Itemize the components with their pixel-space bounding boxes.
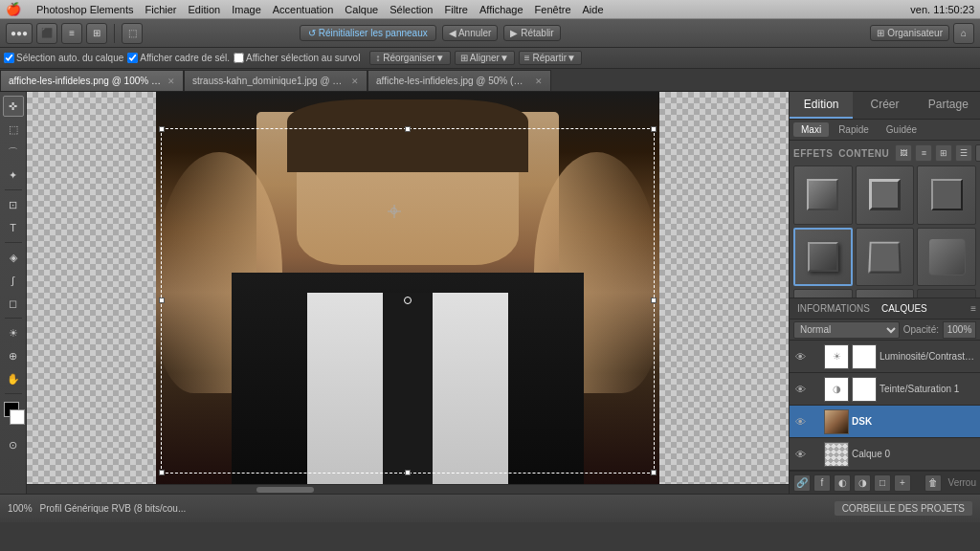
layer-new-btn[interactable]: +: [894, 474, 911, 492]
effect-cell-3[interactable]: [917, 165, 976, 225]
corbeille-label[interactable]: CORBEILLE DES PROJETS: [835, 501, 972, 516]
biseautages-dropdown[interactable]: Biseautages: [975, 144, 980, 162]
layer-lock-2: [810, 384, 821, 395]
layer-vis-2[interactable]: 👁: [793, 383, 807, 396]
effect-cell-4[interactable]: [793, 228, 853, 287]
panel-tab-edition[interactable]: Edition: [790, 92, 853, 119]
effects-label[interactable]: EFFETS: [793, 148, 833, 159]
menu-image[interactable]: Image: [232, 4, 261, 15]
toolbar-right: ⊞ Organisateur ⌂: [870, 23, 974, 44]
tool-marquee[interactable]: ⬚: [3, 119, 24, 140]
layer-delete-btn[interactable]: 🗑: [924, 474, 942, 492]
opt-afficher-cadre[interactable]: Afficher cadre de sél.: [127, 53, 230, 63]
layer-dsk[interactable]: 👁 DSK: [790, 406, 980, 438]
hscrollbar[interactable]: [27, 484, 789, 494]
layer-mask-btn[interactable]: ◐: [834, 474, 851, 492]
content-label[interactable]: CONTENU: [838, 148, 889, 159]
sub-tab-maxi[interactable]: Maxi: [793, 122, 829, 137]
doc-tab-1[interactable]: strauss-kahn_dominique1.jpg @ 100% (Calq…: [184, 70, 368, 91]
repartir-button[interactable]: ≡ Répartir▼: [519, 51, 582, 65]
opacity-input[interactable]: [943, 321, 976, 339]
lock-label: Verrou: [948, 477, 976, 488]
layer-luminosity[interactable]: 👁 ☀ Luminosité/Contraste 1: [790, 341, 980, 373]
layers-tab-info[interactable]: INFORMATIONS: [793, 301, 874, 316]
tool-eraser[interactable]: ◻: [3, 293, 24, 314]
menu-affichage[interactable]: Affichage: [479, 4, 523, 15]
blend-mode-select[interactable]: Normal: [793, 321, 900, 339]
eff-icon-2[interactable]: ≡: [915, 144, 932, 162]
layer-vis-3[interactable]: 👁: [793, 415, 807, 429]
tool-zoom[interactable]: ⊕: [3, 345, 24, 366]
background-color[interactable]: [10, 409, 25, 425]
effect-cell-6[interactable]: [917, 228, 976, 287]
toolbar-btn-5[interactable]: ⬚: [122, 23, 143, 44]
retablir-button[interactable]: ▶ Rétablir: [503, 25, 560, 41]
canvas-area[interactable]: [27, 92, 789, 494]
tool-crop[interactable]: ⊡: [3, 194, 24, 215]
layer-style-btn[interactable]: f: [813, 474, 831, 492]
tool-paint-bucket[interactable]: ◈: [3, 247, 24, 268]
menu-app-name[interactable]: Photoshop Elements: [36, 4, 134, 15]
effect-cell-8[interactable]: [856, 289, 915, 298]
sub-tab-guidee[interactable]: Guidée: [879, 122, 924, 137]
toolbar-btn-1[interactable]: ●●●: [6, 23, 33, 44]
menu-edition[interactable]: Edition: [189, 4, 221, 15]
menu-accentuation[interactable]: Accentuation: [273, 4, 334, 15]
tool-brush[interactable]: ∫: [3, 270, 24, 291]
organisateur-button[interactable]: ⊞ Organisateur: [870, 25, 949, 41]
menu-aide[interactable]: Aide: [583, 4, 604, 15]
effect-cell-1[interactable]: [793, 165, 853, 225]
menu-calque[interactable]: Calque: [345, 4, 378, 15]
options-bar: Sélection auto. du calque Afficher cadre…: [0, 48, 980, 69]
eff-icon-4[interactable]: ☰: [955, 144, 972, 162]
eff-icon-3[interactable]: ⊞: [935, 144, 952, 162]
panel-tab-partage[interactable]: Partage: [917, 92, 980, 119]
opt-afficher-selection[interactable]: Afficher sélection au survol: [234, 53, 360, 63]
effects-icons: 🖼 ≡ ⊞ ☰ Biseautages: [895, 144, 980, 162]
tool-move[interactable]: ✜: [3, 96, 24, 117]
tool-eyedropper[interactable]: ⊙: [3, 434, 24, 455]
tool-magic-wand[interactable]: ✦: [3, 165, 24, 186]
tool-dodge[interactable]: ☀: [3, 322, 24, 343]
aligner-button[interactable]: ⊞ Aligner▼: [455, 51, 515, 65]
apple-menu[interactable]: 🍎: [6, 2, 21, 16]
sub-tab-rapide[interactable]: Rapide: [831, 122, 877, 137]
tool-hand[interactable]: ✋: [3, 368, 24, 389]
panel-tab-creer[interactable]: Créer: [853, 92, 916, 119]
opt-selection-auto[interactable]: Sélection auto. du calque: [4, 53, 123, 63]
annuler-button[interactable]: ◀ Annuler: [442, 25, 499, 41]
reset-panels-button[interactable]: ↺ Réinitialiser les panneaux: [300, 25, 436, 41]
tool-lasso[interactable]: ⌒: [3, 142, 24, 163]
menu-fenetre[interactable]: Fenêtre: [535, 4, 571, 15]
tab-close-1[interactable]: ✕: [351, 77, 359, 86]
menu-fichier[interactable]: Fichier: [145, 4, 177, 15]
effect-cell-7[interactable]: [793, 289, 853, 298]
toolbar-btn-3[interactable]: ≡: [61, 23, 82, 44]
toolbar-btn-4[interactable]: ⊞: [86, 23, 107, 44]
effect-cell-2[interactable]: [856, 165, 915, 225]
layers-opts-icon[interactable]: ≡: [970, 303, 976, 314]
color-profile: Profil Générique RVB (8 bits/cou...: [40, 503, 430, 514]
hscroll-thumb[interactable]: [256, 487, 314, 493]
layer-calque0[interactable]: 👁 Calque 0: [790, 438, 980, 471]
layer-adjustment-btn[interactable]: ◑: [854, 474, 871, 492]
effect-cell-5[interactable]: [856, 228, 915, 287]
layer-group-btn[interactable]: □: [874, 474, 891, 492]
doc-tab-2[interactable]: affiche-les-infideles.jpg @ 50% (RVB/8) …: [368, 70, 551, 91]
transform-center: [388, 205, 401, 218]
home-button[interactable]: ⌂: [953, 23, 974, 44]
tool-type[interactable]: T: [3, 217, 24, 238]
menu-selection[interactable]: Sélection: [390, 4, 433, 15]
layer-link-btn[interactable]: 🔗: [793, 474, 811, 492]
menu-filtre[interactable]: Filtre: [444, 4, 467, 15]
doc-tab-0[interactable]: affiche-les-infideles.png @ 100% (DSK, R…: [0, 70, 184, 91]
tab-close-2[interactable]: ✕: [535, 77, 543, 86]
layer-teinte[interactable]: 👁 ◑ Teinte/Saturation 1: [790, 373, 980, 406]
reorganiser-button[interactable]: ↕ Réorganiser▼: [369, 51, 450, 65]
toolbar-btn-2[interactable]: ⬛: [36, 23, 57, 44]
layers-tab-calques[interactable]: CALQUES: [878, 301, 931, 316]
layer-vis-1[interactable]: 👁: [793, 350, 807, 364]
layer-vis-4[interactable]: 👁: [793, 448, 807, 461]
tab-close-0[interactable]: ✕: [167, 77, 175, 86]
eff-icon-1[interactable]: 🖼: [895, 144, 912, 162]
